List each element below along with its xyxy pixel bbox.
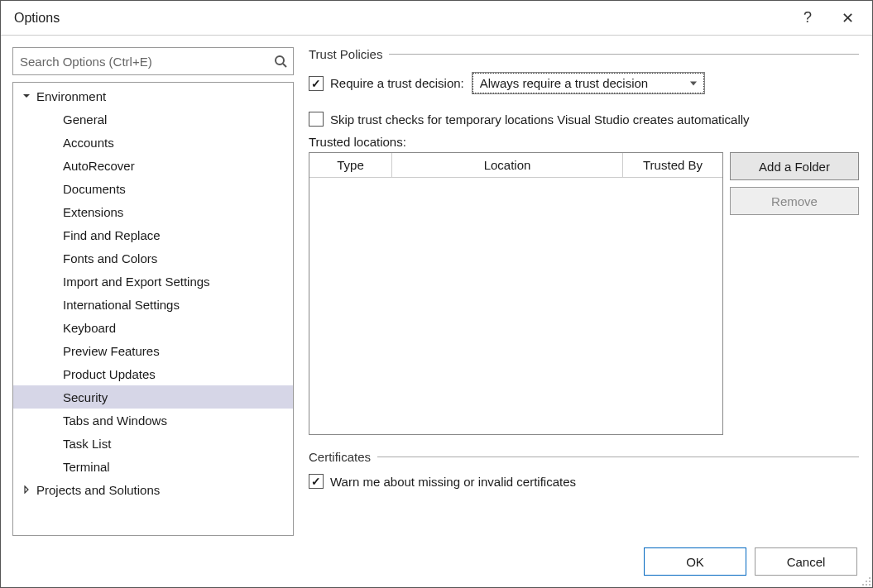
divider: [377, 457, 859, 457]
skip-temp-label: Skip trust checks for temporary location…: [330, 112, 750, 127]
require-decision-label: Require a trust decision:: [330, 76, 464, 90]
help-icon[interactable]: ?: [793, 3, 823, 33]
trusted-locations-label: Trusted locations:: [309, 135, 859, 149]
tree-node-security[interactable]: Security: [13, 385, 293, 409]
group-certificates: Certificates: [309, 450, 859, 464]
tree-node-terminal[interactable]: Terminal: [13, 455, 293, 478]
tree-node-autorecover[interactable]: AutoRecover: [13, 154, 293, 177]
tree-label: Environment: [36, 89, 106, 103]
col-trusted-by[interactable]: Trusted By: [623, 153, 722, 177]
search-wrap: [12, 47, 294, 75]
group-label: Trust Policies: [309, 47, 382, 61]
col-location[interactable]: Location: [392, 153, 623, 177]
tree-node-find[interactable]: Find and Replace: [13, 223, 293, 246]
tree-label: Projects and Solutions: [36, 483, 160, 497]
tree: Environment General Accounts AutoRecover…: [12, 82, 294, 536]
tree-node-accounts[interactable]: Accounts: [13, 131, 293, 154]
title-bar: Options ? ✕: [1, 1, 872, 36]
skip-temp-checkbox[interactable]: [309, 112, 324, 127]
select-value: Always require a trust decision: [480, 76, 648, 90]
tree-node-projects[interactable]: Projects and Solutions: [13, 478, 293, 501]
ok-button[interactable]: OK: [644, 547, 746, 576]
add-folder-button[interactable]: Add a Folder: [730, 152, 859, 180]
group-label: Certificates: [309, 450, 371, 464]
tree-node-environment[interactable]: Environment: [13, 84, 293, 108]
tree-node-updates[interactable]: Product Updates: [13, 362, 293, 385]
trusted-locations-table[interactable]: Type Location Trusted By: [309, 152, 723, 435]
tree-node-preview[interactable]: Preview Features: [13, 339, 293, 362]
tree-node-fonts[interactable]: Fonts and Colors: [13, 246, 293, 270]
tree-node-intl[interactable]: International Settings: [13, 293, 293, 316]
search-input[interactable]: [12, 47, 294, 75]
tree-node-documents[interactable]: Documents: [13, 177, 293, 200]
tree-node-tasklist[interactable]: Task List: [13, 432, 293, 455]
remove-button: Remove: [730, 187, 859, 215]
caret-right-icon: [20, 485, 33, 494]
trust-decision-select[interactable]: Always require a trust decision: [472, 73, 704, 93]
require-decision-checkbox[interactable]: [309, 76, 324, 91]
tree-scroll[interactable]: Environment General Accounts AutoRecover…: [13, 83, 293, 535]
window-title: Options: [11, 11, 793, 26]
warn-certificates-label: Warn me about missing or invalid certifi…: [330, 475, 576, 489]
tree-node-tabs[interactable]: Tabs and Windows: [13, 409, 293, 432]
cancel-button[interactable]: Cancel: [755, 547, 857, 576]
caret-down-icon: [20, 92, 33, 100]
table-header: Type Location Trusted By: [309, 153, 722, 178]
tree-node-import[interactable]: Import and Export Settings: [13, 270, 293, 293]
tree-node-keyboard[interactable]: Keyboard: [13, 316, 293, 339]
col-type[interactable]: Type: [309, 153, 392, 177]
tree-node-extensions[interactable]: Extensions: [13, 200, 293, 223]
dialog-footer: OK Cancel: [1, 536, 872, 587]
warn-certificates-checkbox[interactable]: [309, 474, 324, 489]
group-trust-policies: Trust Policies: [309, 47, 859, 61]
divider: [389, 54, 859, 55]
tree-node-general[interactable]: General: [13, 108, 293, 131]
close-icon[interactable]: ✕: [832, 3, 862, 33]
